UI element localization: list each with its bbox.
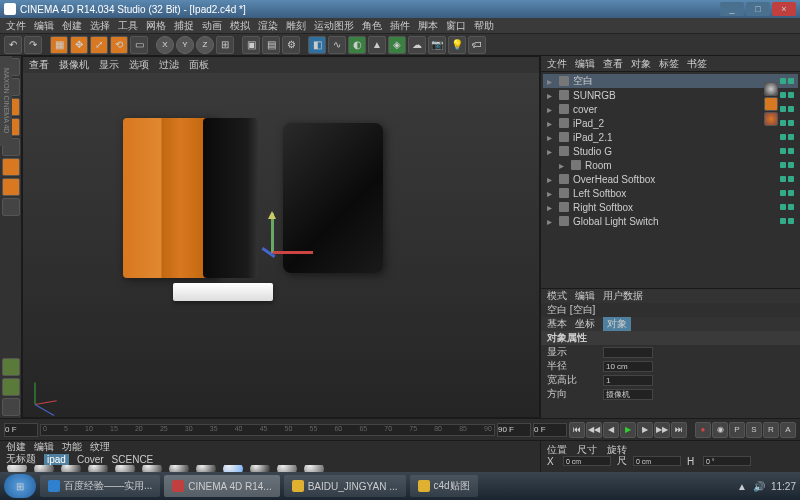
coord-system[interactable]: ⊞ [216, 36, 234, 54]
omtab[interactable]: 编辑 [575, 57, 595, 71]
vptab[interactable]: 查看 [29, 58, 49, 72]
taskbar-item[interactable]: c4d贴图 [410, 475, 478, 497]
recent-tool[interactable]: ▭ [130, 36, 148, 54]
minimize-button[interactable]: _ [720, 2, 744, 16]
prev-frame[interactable]: ◀ [603, 422, 619, 438]
coordtab[interactable]: 位置 [547, 443, 567, 453]
close-button[interactable]: × [772, 2, 796, 16]
x-axis-lock[interactable]: X [156, 36, 174, 54]
move-tool[interactable]: ✥ [70, 36, 88, 54]
rotate-tool[interactable]: ⟲ [110, 36, 128, 54]
tree-item[interactable]: ▸Global Light Switch [543, 214, 798, 228]
coord-input[interactable] [703, 456, 751, 466]
matset-tab[interactable]: Cover [77, 454, 104, 465]
coord-input[interactable] [563, 456, 611, 466]
render-view[interactable]: ▣ [242, 36, 260, 54]
attab[interactable]: 用户数据 [603, 289, 643, 303]
mattab[interactable]: 功能 [62, 440, 82, 454]
menu-雕刻[interactable]: 雕刻 [286, 19, 306, 33]
matset-tab[interactable]: 无标题 [6, 452, 36, 466]
modeling-tool[interactable]: ▲ [368, 36, 386, 54]
environment-tool[interactable]: ☁ [408, 36, 426, 54]
menu-创建[interactable]: 创建 [62, 19, 82, 33]
tree-item[interactable]: ▸iPad_2 [543, 116, 798, 130]
tree-item[interactable]: ▸OverHead Softbox [543, 172, 798, 186]
omtab[interactable]: 文件 [547, 57, 567, 71]
vptab[interactable]: 摄像机 [59, 58, 89, 72]
white-base-plate[interactable] [173, 283, 273, 301]
render-region[interactable]: ▤ [262, 36, 280, 54]
menu-模拟[interactable]: 模拟 [230, 19, 250, 33]
black-ipad-back[interactable] [203, 118, 258, 278]
attab[interactable]: 模式 [547, 289, 567, 303]
mattab[interactable]: 纹理 [90, 440, 110, 454]
coordtab[interactable]: 旋转 [607, 443, 627, 453]
omtab[interactable]: 查看 [603, 57, 623, 71]
vptab[interactable]: 面板 [189, 58, 209, 72]
z-axis-lock[interactable]: Z [196, 36, 214, 54]
maximize-button[interactable]: □ [746, 2, 770, 16]
matset-tab[interactable]: ipad [44, 454, 69, 465]
menu-渲染[interactable]: 渲染 [258, 19, 278, 33]
key-scale[interactable]: S [746, 422, 762, 438]
timeline-slider[interactable]: 051015202530354045505560657075808590 [40, 424, 495, 436]
atsubtab[interactable]: 基本 [547, 317, 567, 331]
play-button[interactable]: ▶ [620, 422, 636, 438]
next-key[interactable]: ▶▶ [654, 422, 670, 438]
menu-帮助[interactable]: 帮助 [474, 19, 494, 33]
goto-end[interactable]: ⏭ [671, 422, 687, 438]
tree-item[interactable]: ▸Studio G [543, 144, 798, 158]
menu-选择[interactable]: 选择 [90, 19, 110, 33]
menu-动画[interactable]: 动画 [202, 19, 222, 33]
goto-start[interactable]: ⏮ [569, 422, 585, 438]
menu-工具[interactable]: 工具 [118, 19, 138, 33]
key-rot[interactable]: R [763, 422, 779, 438]
mattab[interactable]: 编辑 [34, 440, 54, 454]
timeline-end[interactable] [497, 423, 531, 437]
taskbar-item[interactable]: 百度经验——实用... [40, 475, 160, 497]
light-tool[interactable]: 💡 [448, 36, 466, 54]
viewport[interactable]: 查看摄像机显示选项过滤面板 [22, 56, 540, 418]
viewport-option[interactable] [2, 378, 20, 396]
attrib-input[interactable] [603, 361, 653, 372]
y-axis-lock[interactable]: Y [176, 36, 194, 54]
menu-网格[interactable]: 网格 [146, 19, 166, 33]
menu-窗口[interactable]: 窗口 [446, 19, 466, 33]
key-param[interactable]: A [780, 422, 796, 438]
omtab[interactable]: 书签 [687, 57, 707, 71]
transform-gizmo[interactable] [253, 213, 293, 273]
attrib-input[interactable] [603, 375, 653, 386]
timeline-current[interactable] [533, 423, 567, 437]
next-frame[interactable]: ▶ [637, 422, 653, 438]
scale-tool[interactable]: ⤢ [90, 36, 108, 54]
timeline-start[interactable] [4, 423, 38, 437]
menu-插件[interactable]: 插件 [390, 19, 410, 33]
tree-item[interactable]: ▸Right Softbox [543, 200, 798, 214]
tree-item[interactable]: ▸Room [543, 158, 798, 172]
edge-mode[interactable] [2, 158, 20, 176]
system-tray[interactable]: ▲ 🔊 11:27 [737, 481, 796, 492]
nurbs-tool[interactable]: ◐ [348, 36, 366, 54]
select-tool[interactable]: ▦ [50, 36, 68, 54]
vptab[interactable]: 显示 [99, 58, 119, 72]
omtab[interactable]: 标签 [659, 57, 679, 71]
tray-icon[interactable]: ▲ [737, 481, 747, 492]
snap-toggle[interactable] [2, 398, 20, 416]
tree-item[interactable]: ▸iPad_2.1 [543, 130, 798, 144]
autokey[interactable]: ◉ [712, 422, 728, 438]
coordtab[interactable]: 尺寸 [577, 443, 597, 453]
menu-编辑[interactable]: 编辑 [34, 19, 54, 33]
atsubtab[interactable]: 对象 [603, 317, 631, 331]
start-button[interactable]: ⊞ [4, 474, 36, 498]
vptab[interactable]: 过滤 [159, 58, 179, 72]
spline-primitive[interactable]: ∿ [328, 36, 346, 54]
vptab[interactable]: 选项 [129, 58, 149, 72]
coord-input[interactable] [633, 456, 681, 466]
taskbar-item[interactable]: BAIDU_JINGYAN ... [284, 475, 406, 497]
undo-button[interactable]: ↶ [4, 36, 22, 54]
material-tag-2[interactable] [764, 97, 778, 111]
key-pos[interactable]: P [729, 422, 745, 438]
camera-tool[interactable]: 📷 [428, 36, 446, 54]
deformer-tool[interactable]: ◈ [388, 36, 406, 54]
attrib-input[interactable] [603, 389, 653, 400]
